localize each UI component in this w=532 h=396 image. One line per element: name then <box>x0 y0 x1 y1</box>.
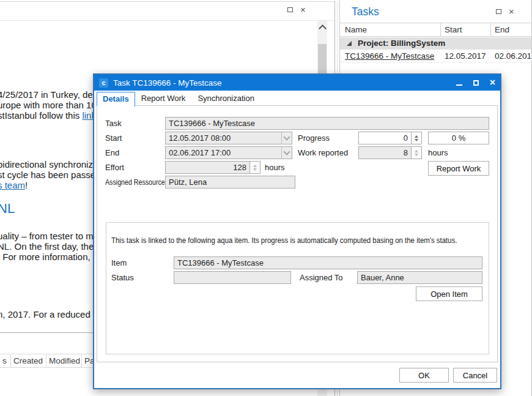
dialog-title: Task TC139666 - MyTestcase <box>113 78 222 88</box>
column-divider <box>46 354 46 367</box>
doc-text: . For more information, pl <box>0 252 100 262</box>
effort-value: 128 <box>233 163 246 172</box>
work-hours-unit-label: hours <box>428 146 448 159</box>
doc-text: urope with more than 100 <box>0 100 102 110</box>
ok-button-label: OK <box>418 371 430 380</box>
group-expanded-icon <box>347 41 352 46</box>
maximize-icon[interactable] <box>473 80 479 86</box>
column-divider <box>490 23 491 37</box>
item-label: Item <box>111 256 127 269</box>
spin-up-icon <box>415 150 418 152</box>
doc-text: NL. On the first day, ther <box>0 241 97 252</box>
doc-text-line: 4/25/2017 in Turkey, deal <box>0 89 100 100</box>
effort-field: 128 <box>165 161 250 174</box>
dialog-tabstrip: Details Report Work Synchronization <box>97 92 260 106</box>
maximize-icon[interactable] <box>496 9 501 14</box>
assigned-ressource-label: Assigned Ressource <box>105 176 165 189</box>
close-icon[interactable]: × <box>490 78 495 87</box>
group-label: Project: BillingSystem <box>358 39 445 48</box>
progress-spin-buttons[interactable] <box>412 132 422 144</box>
maximize-icon[interactable] <box>287 7 293 12</box>
doc-text-line: urope with more than 100 <box>0 100 102 110</box>
spin-down-icon <box>415 154 418 156</box>
task-start-date: 12.05.2017 <box>445 51 486 61</box>
item-field: TC139666 - MyTestcase <box>174 256 482 269</box>
progress-value: 0 <box>404 133 408 143</box>
tasks-group-row[interactable]: Project: BillingSystem <box>340 37 531 50</box>
doc-text: stIstanbul follow this <box>0 110 82 121</box>
doc-text: bidirectional synchronizat <box>0 159 100 170</box>
report-work-button-label: Report Work <box>437 164 481 173</box>
work-reported-label: Work reported <box>298 146 348 159</box>
tab-details[interactable]: Details <box>97 92 135 106</box>
assigned-to-value: Bauer, Anne <box>361 273 404 282</box>
progress-percent-display: 0 % <box>428 132 489 144</box>
spin-down-icon[interactable] <box>415 139 418 141</box>
chevron-up-icon <box>319 24 327 32</box>
close-icon[interactable]: × <box>300 7 306 13</box>
doc-text: st cycle has been passed <box>0 170 100 180</box>
tasks-grid-header: Name Start End <box>340 23 531 37</box>
doc-text-line: st cycle has been passed <box>0 170 100 180</box>
doc-column-header[interactable]: s <box>2 356 7 365</box>
effort-label: Effort <box>105 161 124 174</box>
dropdown-button <box>281 147 292 159</box>
progress-label: Progress <box>298 132 330 144</box>
item-value: TC139666 - MyTestcase <box>177 258 264 267</box>
tab-report-work[interactable]: Report Work <box>135 91 192 106</box>
spin-up-icon <box>253 165 257 167</box>
report-work-button[interactable]: Report Work <box>428 161 489 176</box>
work-reported-value: 8 <box>404 148 408 157</box>
column-divider <box>440 23 441 37</box>
work-reported-field: 8 <box>358 146 412 159</box>
start-date-picker: 12.05.2017 08:00 <box>165 132 292 144</box>
doc-text: n, 2017. For a reduced er <box>0 309 101 319</box>
start-value: 12.05.2017 08:00 <box>169 133 231 143</box>
end-value: 02.06.2017 17:00 <box>169 148 231 157</box>
scrollbar-up-button[interactable] <box>317 21 327 33</box>
column-divider <box>10 354 11 367</box>
end-date-picker: 02.06.2017 17:00 <box>165 146 292 159</box>
task-end-date: 02.06.2017 <box>495 51 532 61</box>
doc-text-line: stIstanbul follow this link. <box>0 110 98 121</box>
start-label: Start <box>105 132 122 144</box>
assigned-to-field: Bauer, Anne <box>357 271 482 284</box>
tasks-panel-title: Tasks <box>352 6 379 18</box>
doc-column-header-modified[interactable]: Modified <box>49 356 80 365</box>
task-link[interactable]: TC139666 - MyTestcase <box>345 51 434 61</box>
doc-text: ! <box>25 180 28 190</box>
assigned-ressource-value: Pütz, Lena <box>169 177 207 187</box>
column-header-start[interactable]: Start <box>445 25 462 34</box>
progress-spinner[interactable]: 0 <box>358 132 412 144</box>
work-reported-spin-buttons <box>412 146 422 159</box>
doc-text: uality – from tester to mar <box>0 231 102 241</box>
aqua-app-icon: c <box>99 78 108 88</box>
spin-down-icon <box>253 168 257 171</box>
doc-text-line: . For more information, pl <box>0 252 100 262</box>
end-label: End <box>105 146 119 159</box>
linked-item-note: This task is linked to the following aqu… <box>111 236 457 245</box>
status-label: Status <box>111 271 134 284</box>
minimize-icon[interactable] <box>456 80 462 86</box>
dialog-titlebar: c Task TC139666 - MyTestcase × <box>94 75 500 91</box>
column-header-name[interactable]: Name <box>345 25 367 34</box>
column-header-end[interactable]: End <box>495 25 509 34</box>
close-icon[interactable]: × <box>509 9 514 15</box>
doc-column-header-created[interactable]: Created <box>13 356 43 365</box>
spin-up-icon[interactable] <box>415 135 418 138</box>
doc-text-line: n, 2017. For a reduced er <box>0 309 101 319</box>
task-value: TC139666 - MyTestcase <box>169 119 255 128</box>
ok-button[interactable]: OK <box>399 368 449 383</box>
cancel-button-label: Cancel <box>463 371 487 380</box>
assigned-ressource-field: Pütz, Lena <box>165 176 295 189</box>
cancel-button[interactable]: Cancel <box>453 368 497 383</box>
open-item-button-label: Open Item <box>430 290 468 299</box>
doc-window-controls: × <box>287 7 306 13</box>
open-item-button[interactable]: Open Item <box>416 286 482 301</box>
tab-synchronization[interactable]: Synchronization <box>191 91 260 106</box>
chevron-down-icon <box>283 133 290 140</box>
column-divider <box>81 354 82 367</box>
doc-text-line: NL. On the first day, ther <box>0 241 97 252</box>
task-field: TC139666 - MyTestcase <box>165 117 489 130</box>
hyperlink[interactable]: s team <box>0 180 25 190</box>
